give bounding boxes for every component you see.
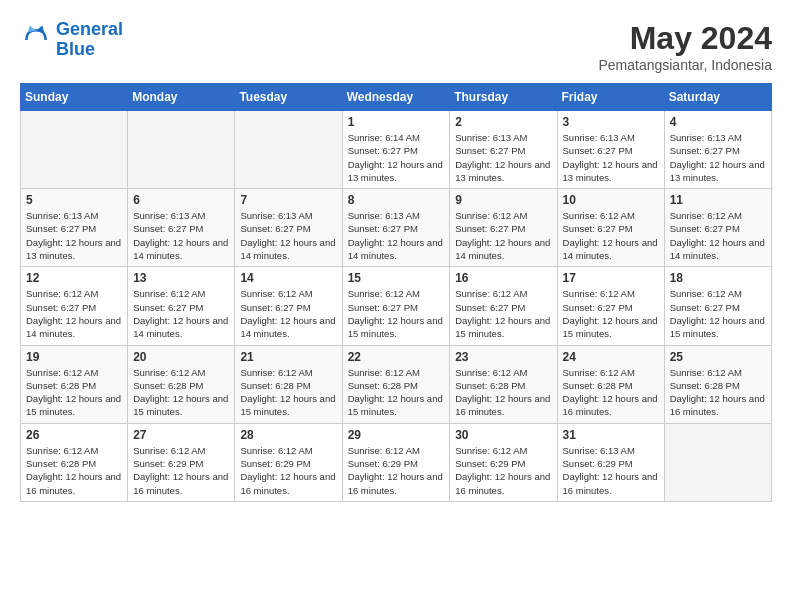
day-info: Sunrise: 6:12 AMSunset: 6:27 PMDaylight:… (455, 209, 551, 262)
day-info: Sunrise: 6:13 AMSunset: 6:27 PMDaylight:… (240, 209, 336, 262)
calendar-cell: 11Sunrise: 6:12 AMSunset: 6:27 PMDayligh… (664, 189, 771, 267)
day-number: 17 (563, 271, 659, 285)
weekday-header: Monday (128, 84, 235, 111)
logo: General Blue (20, 20, 123, 60)
day-info: Sunrise: 6:14 AMSunset: 6:27 PMDaylight:… (348, 131, 445, 184)
day-info: Sunrise: 6:13 AMSunset: 6:27 PMDaylight:… (563, 131, 659, 184)
day-info: Sunrise: 6:12 AMSunset: 6:28 PMDaylight:… (133, 366, 229, 419)
day-number: 24 (563, 350, 659, 364)
day-info: Sunrise: 6:12 AMSunset: 6:27 PMDaylight:… (563, 209, 659, 262)
day-info: Sunrise: 6:12 AMSunset: 6:28 PMDaylight:… (348, 366, 445, 419)
calendar-week-row: 5Sunrise: 6:13 AMSunset: 6:27 PMDaylight… (21, 189, 772, 267)
day-info: Sunrise: 6:12 AMSunset: 6:27 PMDaylight:… (133, 287, 229, 340)
calendar-cell: 9Sunrise: 6:12 AMSunset: 6:27 PMDaylight… (450, 189, 557, 267)
weekday-header: Wednesday (342, 84, 450, 111)
calendar-cell: 31Sunrise: 6:13 AMSunset: 6:29 PMDayligh… (557, 423, 664, 501)
calendar-cell: 4Sunrise: 6:13 AMSunset: 6:27 PMDaylight… (664, 111, 771, 189)
calendar-cell: 3Sunrise: 6:13 AMSunset: 6:27 PMDaylight… (557, 111, 664, 189)
calendar-cell: 5Sunrise: 6:13 AMSunset: 6:27 PMDaylight… (21, 189, 128, 267)
day-number: 28 (240, 428, 336, 442)
day-number: 18 (670, 271, 766, 285)
calendar-cell: 23Sunrise: 6:12 AMSunset: 6:28 PMDayligh… (450, 345, 557, 423)
calendar-cell: 25Sunrise: 6:12 AMSunset: 6:28 PMDayligh… (664, 345, 771, 423)
day-info: Sunrise: 6:13 AMSunset: 6:29 PMDaylight:… (563, 444, 659, 497)
day-number: 27 (133, 428, 229, 442)
logo-text: General Blue (56, 20, 123, 60)
day-info: Sunrise: 6:12 AMSunset: 6:27 PMDaylight:… (563, 287, 659, 340)
day-info: Sunrise: 6:12 AMSunset: 6:27 PMDaylight:… (348, 287, 445, 340)
day-number: 9 (455, 193, 551, 207)
day-info: Sunrise: 6:12 AMSunset: 6:28 PMDaylight:… (563, 366, 659, 419)
calendar-cell: 22Sunrise: 6:12 AMSunset: 6:28 PMDayligh… (342, 345, 450, 423)
day-number: 21 (240, 350, 336, 364)
day-number: 4 (670, 115, 766, 129)
day-info: Sunrise: 6:12 AMSunset: 6:28 PMDaylight:… (670, 366, 766, 419)
calendar-cell: 24Sunrise: 6:12 AMSunset: 6:28 PMDayligh… (557, 345, 664, 423)
day-number: 8 (348, 193, 445, 207)
calendar-cell: 15Sunrise: 6:12 AMSunset: 6:27 PMDayligh… (342, 267, 450, 345)
weekday-header: Friday (557, 84, 664, 111)
calendar-cell: 19Sunrise: 6:12 AMSunset: 6:28 PMDayligh… (21, 345, 128, 423)
calendar-cell: 29Sunrise: 6:12 AMSunset: 6:29 PMDayligh… (342, 423, 450, 501)
calendar-cell (21, 111, 128, 189)
calendar-cell: 20Sunrise: 6:12 AMSunset: 6:28 PMDayligh… (128, 345, 235, 423)
calendar-cell: 10Sunrise: 6:12 AMSunset: 6:27 PMDayligh… (557, 189, 664, 267)
day-number: 29 (348, 428, 445, 442)
day-info: Sunrise: 6:12 AMSunset: 6:27 PMDaylight:… (26, 287, 122, 340)
calendar-cell (235, 111, 342, 189)
day-info: Sunrise: 6:12 AMSunset: 6:27 PMDaylight:… (240, 287, 336, 340)
calendar-cell (664, 423, 771, 501)
calendar-cell: 30Sunrise: 6:12 AMSunset: 6:29 PMDayligh… (450, 423, 557, 501)
page-header: General Blue May 2024 Pematangsiantar, I… (20, 20, 772, 73)
month-title: May 2024 (598, 20, 772, 57)
weekday-header: Saturday (664, 84, 771, 111)
calendar-cell: 18Sunrise: 6:12 AMSunset: 6:27 PMDayligh… (664, 267, 771, 345)
day-number: 22 (348, 350, 445, 364)
day-number: 30 (455, 428, 551, 442)
day-info: Sunrise: 6:13 AMSunset: 6:27 PMDaylight:… (455, 131, 551, 184)
calendar-cell: 16Sunrise: 6:12 AMSunset: 6:27 PMDayligh… (450, 267, 557, 345)
day-number: 13 (133, 271, 229, 285)
day-info: Sunrise: 6:12 AMSunset: 6:27 PMDaylight:… (670, 209, 766, 262)
calendar-cell: 27Sunrise: 6:12 AMSunset: 6:29 PMDayligh… (128, 423, 235, 501)
day-info: Sunrise: 6:12 AMSunset: 6:29 PMDaylight:… (348, 444, 445, 497)
calendar-table: SundayMondayTuesdayWednesdayThursdayFrid… (20, 83, 772, 502)
day-number: 2 (455, 115, 551, 129)
day-info: Sunrise: 6:12 AMSunset: 6:27 PMDaylight:… (455, 287, 551, 340)
day-number: 1 (348, 115, 445, 129)
day-number: 12 (26, 271, 122, 285)
day-info: Sunrise: 6:12 AMSunset: 6:28 PMDaylight:… (26, 366, 122, 419)
calendar-cell: 26Sunrise: 6:12 AMSunset: 6:28 PMDayligh… (21, 423, 128, 501)
calendar-week-row: 19Sunrise: 6:12 AMSunset: 6:28 PMDayligh… (21, 345, 772, 423)
calendar-cell: 28Sunrise: 6:12 AMSunset: 6:29 PMDayligh… (235, 423, 342, 501)
day-number: 11 (670, 193, 766, 207)
day-number: 5 (26, 193, 122, 207)
day-info: Sunrise: 6:12 AMSunset: 6:29 PMDaylight:… (455, 444, 551, 497)
calendar-cell: 21Sunrise: 6:12 AMSunset: 6:28 PMDayligh… (235, 345, 342, 423)
day-number: 14 (240, 271, 336, 285)
day-info: Sunrise: 6:13 AMSunset: 6:27 PMDaylight:… (133, 209, 229, 262)
weekday-header-row: SundayMondayTuesdayWednesdayThursdayFrid… (21, 84, 772, 111)
weekday-header: Thursday (450, 84, 557, 111)
day-info: Sunrise: 6:13 AMSunset: 6:27 PMDaylight:… (670, 131, 766, 184)
day-info: Sunrise: 6:12 AMSunset: 6:28 PMDaylight:… (26, 444, 122, 497)
day-info: Sunrise: 6:12 AMSunset: 6:29 PMDaylight:… (133, 444, 229, 497)
day-info: Sunrise: 6:12 AMSunset: 6:27 PMDaylight:… (670, 287, 766, 340)
weekday-header: Sunday (21, 84, 128, 111)
day-number: 7 (240, 193, 336, 207)
day-number: 16 (455, 271, 551, 285)
calendar-cell: 2Sunrise: 6:13 AMSunset: 6:27 PMDaylight… (450, 111, 557, 189)
calendar-cell: 7Sunrise: 6:13 AMSunset: 6:27 PMDaylight… (235, 189, 342, 267)
day-number: 26 (26, 428, 122, 442)
day-number: 6 (133, 193, 229, 207)
calendar-cell (128, 111, 235, 189)
calendar-week-row: 12Sunrise: 6:12 AMSunset: 6:27 PMDayligh… (21, 267, 772, 345)
weekday-header: Tuesday (235, 84, 342, 111)
calendar-week-row: 1Sunrise: 6:14 AMSunset: 6:27 PMDaylight… (21, 111, 772, 189)
day-info: Sunrise: 6:13 AMSunset: 6:27 PMDaylight:… (26, 209, 122, 262)
day-info: Sunrise: 6:12 AMSunset: 6:28 PMDaylight:… (240, 366, 336, 419)
calendar-cell: 8Sunrise: 6:13 AMSunset: 6:27 PMDaylight… (342, 189, 450, 267)
calendar-cell: 14Sunrise: 6:12 AMSunset: 6:27 PMDayligh… (235, 267, 342, 345)
day-info: Sunrise: 6:13 AMSunset: 6:27 PMDaylight:… (348, 209, 445, 262)
calendar-cell: 12Sunrise: 6:12 AMSunset: 6:27 PMDayligh… (21, 267, 128, 345)
